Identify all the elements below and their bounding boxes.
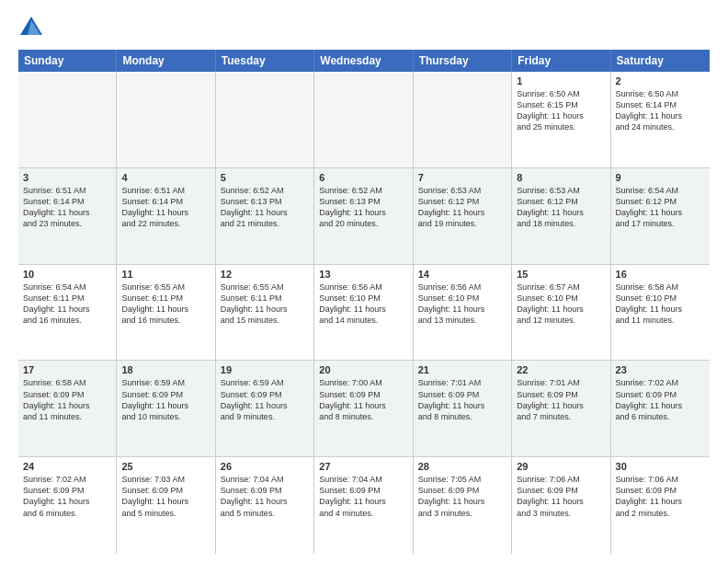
calendar-cell: 19Sunrise: 6:59 AM Sunset: 6:09 PM Dayli… <box>216 361 314 456</box>
calendar-cell: 21Sunrise: 7:01 AM Sunset: 6:09 PM Dayli… <box>414 361 512 456</box>
cell-info: Sunrise: 6:56 AM Sunset: 6:10 PM Dayligh… <box>319 282 407 327</box>
day-number: 8 <box>517 172 605 183</box>
calendar-cell: 10Sunrise: 6:54 AM Sunset: 6:11 PM Dayli… <box>18 265 117 361</box>
day-number: 5 <box>221 172 309 183</box>
calendar-cell <box>314 72 413 167</box>
day-number: 7 <box>418 172 506 183</box>
calendar-week-3: 10Sunrise: 6:54 AM Sunset: 6:11 PM Dayli… <box>18 265 710 362</box>
calendar-cell <box>117 72 215 167</box>
day-header-wednesday: Wednesday <box>314 50 413 72</box>
day-number: 23 <box>616 364 705 375</box>
day-header-monday: Monday <box>117 50 215 72</box>
calendar-cell: 9Sunrise: 6:54 AM Sunset: 6:12 PM Daylig… <box>611 168 710 264</box>
day-number: 25 <box>121 461 210 472</box>
calendar-cell: 22Sunrise: 7:01 AM Sunset: 6:09 PM Dayli… <box>512 361 610 456</box>
cell-info: Sunrise: 7:06 AM Sunset: 6:09 PM Dayligh… <box>517 474 605 519</box>
cell-info: Sunrise: 6:58 AM Sunset: 6:10 PM Dayligh… <box>616 282 705 327</box>
day-number: 3 <box>23 172 111 183</box>
day-number: 6 <box>319 172 407 183</box>
day-number: 11 <box>121 269 210 280</box>
calendar-cell: 27Sunrise: 7:04 AM Sunset: 6:09 PM Dayli… <box>314 457 413 554</box>
day-number: 30 <box>616 461 705 472</box>
calendar-cell: 20Sunrise: 7:00 AM Sunset: 6:09 PM Dayli… <box>314 361 413 456</box>
cell-info: Sunrise: 7:02 AM Sunset: 6:09 PM Dayligh… <box>23 474 111 519</box>
day-number: 26 <box>221 461 309 472</box>
calendar-cell: 14Sunrise: 6:56 AM Sunset: 6:10 PM Dayli… <box>414 265 512 361</box>
cell-info: Sunrise: 7:01 AM Sunset: 6:09 PM Dayligh… <box>418 377 506 422</box>
calendar-cell: 17Sunrise: 6:58 AM Sunset: 6:09 PM Dayli… <box>18 361 117 456</box>
logo <box>18 15 48 40</box>
cell-info: Sunrise: 7:02 AM Sunset: 6:09 PM Dayligh… <box>616 377 705 422</box>
day-number: 18 <box>121 364 210 375</box>
calendar-cell: 7Sunrise: 6:53 AM Sunset: 6:12 PM Daylig… <box>414 168 512 264</box>
cell-info: Sunrise: 7:05 AM Sunset: 6:09 PM Dayligh… <box>418 474 506 519</box>
calendar: SundayMondayTuesdayWednesdayThursdayFrid… <box>18 50 710 554</box>
cell-info: Sunrise: 6:52 AM Sunset: 6:13 PM Dayligh… <box>319 185 407 230</box>
day-number: 28 <box>418 461 506 472</box>
cell-info: Sunrise: 7:00 AM Sunset: 6:09 PM Dayligh… <box>319 377 407 422</box>
calendar-cell: 16Sunrise: 6:58 AM Sunset: 6:10 PM Dayli… <box>611 265 710 361</box>
day-number: 13 <box>319 269 407 280</box>
day-header-friday: Friday <box>512 50 610 72</box>
calendar-cell: 18Sunrise: 6:59 AM Sunset: 6:09 PM Dayli… <box>117 361 215 456</box>
day-header-thursday: Thursday <box>414 50 512 72</box>
day-number: 2 <box>616 75 705 86</box>
day-number: 10 <box>23 269 111 280</box>
cell-info: Sunrise: 7:01 AM Sunset: 6:09 PM Dayligh… <box>517 377 605 422</box>
cell-info: Sunrise: 6:58 AM Sunset: 6:09 PM Dayligh… <box>23 377 111 422</box>
calendar-cell: 13Sunrise: 6:56 AM Sunset: 6:10 PM Dayli… <box>314 265 413 361</box>
calendar-cell: 1Sunrise: 6:50 AM Sunset: 6:15 PM Daylig… <box>512 72 610 167</box>
cell-info: Sunrise: 7:03 AM Sunset: 6:09 PM Dayligh… <box>121 474 210 519</box>
cell-info: Sunrise: 6:59 AM Sunset: 6:09 PM Dayligh… <box>121 377 210 422</box>
calendar-cell: 23Sunrise: 7:02 AM Sunset: 6:09 PM Dayli… <box>611 361 710 456</box>
cell-info: Sunrise: 6:57 AM Sunset: 6:10 PM Dayligh… <box>517 282 605 327</box>
cell-info: Sunrise: 7:04 AM Sunset: 6:09 PM Dayligh… <box>221 474 309 519</box>
cell-info: Sunrise: 6:59 AM Sunset: 6:09 PM Dayligh… <box>221 377 309 422</box>
day-number: 9 <box>616 172 705 183</box>
calendar-week-4: 17Sunrise: 6:58 AM Sunset: 6:09 PM Dayli… <box>18 361 710 457</box>
calendar-cell: 6Sunrise: 6:52 AM Sunset: 6:13 PM Daylig… <box>314 168 413 264</box>
day-number: 16 <box>616 269 705 280</box>
cell-info: Sunrise: 6:50 AM Sunset: 6:15 PM Dayligh… <box>517 88 605 133</box>
cell-info: Sunrise: 6:53 AM Sunset: 6:12 PM Dayligh… <box>517 185 605 230</box>
calendar-cell: 4Sunrise: 6:51 AM Sunset: 6:14 PM Daylig… <box>117 168 215 264</box>
page: SundayMondayTuesdayWednesdayThursdayFrid… <box>0 0 728 563</box>
logo-icon <box>18 15 44 40</box>
calendar-cell: 2Sunrise: 6:50 AM Sunset: 6:14 PM Daylig… <box>611 72 710 167</box>
calendar-cell: 29Sunrise: 7:06 AM Sunset: 6:09 PM Dayli… <box>512 457 610 554</box>
cell-info: Sunrise: 6:51 AM Sunset: 6:14 PM Dayligh… <box>121 185 210 230</box>
calendar-body: 1Sunrise: 6:50 AM Sunset: 6:15 PM Daylig… <box>18 72 710 554</box>
calendar-cell: 8Sunrise: 6:53 AM Sunset: 6:12 PM Daylig… <box>512 168 610 264</box>
day-number: 12 <box>221 269 309 280</box>
calendar-cell: 12Sunrise: 6:55 AM Sunset: 6:11 PM Dayli… <box>216 265 314 361</box>
header <box>18 15 710 40</box>
day-number: 24 <box>23 461 111 472</box>
calendar-cell: 24Sunrise: 7:02 AM Sunset: 6:09 PM Dayli… <box>18 457 117 554</box>
day-header-saturday: Saturday <box>611 50 710 72</box>
cell-info: Sunrise: 6:52 AM Sunset: 6:13 PM Dayligh… <box>221 185 309 230</box>
calendar-cell <box>216 72 314 167</box>
cell-info: Sunrise: 7:06 AM Sunset: 6:09 PM Dayligh… <box>616 474 705 519</box>
cell-info: Sunrise: 6:55 AM Sunset: 6:11 PM Dayligh… <box>221 282 309 327</box>
calendar-cell: 15Sunrise: 6:57 AM Sunset: 6:10 PM Dayli… <box>512 265 610 361</box>
day-number: 17 <box>23 364 111 375</box>
cell-info: Sunrise: 6:56 AM Sunset: 6:10 PM Dayligh… <box>418 282 506 327</box>
day-number: 14 <box>418 269 506 280</box>
cell-info: Sunrise: 7:04 AM Sunset: 6:09 PM Dayligh… <box>319 474 407 519</box>
calendar-week-1: 1Sunrise: 6:50 AM Sunset: 6:15 PM Daylig… <box>18 72 710 168</box>
calendar-cell: 3Sunrise: 6:51 AM Sunset: 6:14 PM Daylig… <box>18 168 117 264</box>
cell-info: Sunrise: 6:50 AM Sunset: 6:14 PM Dayligh… <box>616 88 705 133</box>
day-header-tuesday: Tuesday <box>216 50 314 72</box>
cell-info: Sunrise: 6:54 AM Sunset: 6:12 PM Dayligh… <box>616 185 705 230</box>
cell-info: Sunrise: 6:51 AM Sunset: 6:14 PM Dayligh… <box>23 185 111 230</box>
day-header-sunday: Sunday <box>18 50 117 72</box>
day-number: 22 <box>517 364 605 375</box>
calendar-cell: 25Sunrise: 7:03 AM Sunset: 6:09 PM Dayli… <box>117 457 215 554</box>
cell-info: Sunrise: 6:54 AM Sunset: 6:11 PM Dayligh… <box>23 282 111 327</box>
day-number: 29 <box>517 461 605 472</box>
day-number: 20 <box>319 364 407 375</box>
day-number: 21 <box>418 364 506 375</box>
calendar-cell: 26Sunrise: 7:04 AM Sunset: 6:09 PM Dayli… <box>216 457 314 554</box>
calendar-cell: 11Sunrise: 6:55 AM Sunset: 6:11 PM Dayli… <box>117 265 215 361</box>
day-number: 27 <box>319 461 407 472</box>
